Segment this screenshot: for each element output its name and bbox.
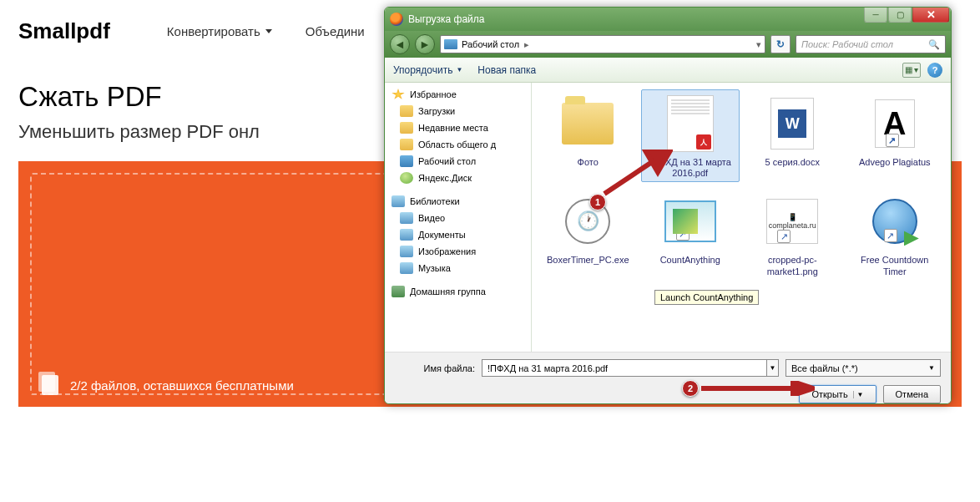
folder-icon [400, 122, 413, 134]
organize-menu[interactable]: Упорядочить ▼ [393, 64, 462, 76]
shortcut-icon: ↗ [676, 227, 690, 241]
tooltip: Launch CountAnything [654, 290, 759, 305]
folder-icon [562, 103, 614, 145]
shortcut-icon: ↗ [886, 134, 899, 147]
annotation-arrow-2 [698, 381, 815, 396]
sidebar-item-yandex[interactable]: Яндекс.Диск [385, 170, 531, 186]
annotation-badge-2: 2 [682, 380, 699, 397]
firefox-icon [390, 13, 403, 26]
new-folder-button[interactable]: Новая папка [477, 64, 536, 76]
file-item-advego[interactable]: A↗Advego Plagiatus [846, 89, 945, 182]
dialog-title: Выгрузка файла [408, 13, 485, 25]
search-icon: 🔍 [928, 39, 940, 50]
homegroup-icon [391, 286, 405, 297]
dialog-sidebar: Избранное Загрузки Недавние места Област… [385, 83, 532, 352]
main-nav: Конвертировать Объедини [167, 24, 365, 38]
sidebar-item-shared[interactable]: Область общего д [385, 136, 531, 153]
music-icon [400, 262, 413, 274]
view-options-button[interactable]: ▦ ▾ [902, 63, 921, 78]
file-item-docx[interactable]: W5 серия.docx [743, 89, 842, 182]
desktop-icon [400, 155, 413, 167]
sidebar-item-desktop[interactable]: Рабочий стол [385, 153, 531, 170]
forward-button[interactable]: ► [415, 34, 435, 54]
back-button[interactable]: ◄ [390, 34, 410, 54]
logo[interactable]: Smallpdf [18, 18, 110, 44]
dialog-toolbar: Упорядочить ▼ Новая папка ▦ ▾ ? [385, 58, 951, 83]
filename-input[interactable] [482, 359, 767, 377]
help-button[interactable]: ? [927, 63, 942, 78]
image-icon [400, 246, 413, 257]
address-breadcrumb[interactable]: Рабочий стол ▸ ▾ [440, 35, 765, 53]
breadcrumb-arrow-icon: ▸ [524, 39, 529, 50]
file-item-countdown[interactable]: ↗Free Countdown Timer [846, 187, 945, 280]
star-icon [391, 89, 405, 100]
files-remaining-label: 2/2 файлов, оставшихся бесплатными [70, 378, 294, 393]
filetype-select[interactable]: Все файлы (*.*)▼ [786, 359, 941, 377]
sidebar-item-downloads[interactable]: Загрузки [385, 103, 531, 119]
breadcrumb-dropdown-icon[interactable]: ▾ [756, 39, 761, 50]
word-icon: W [770, 98, 814, 150]
dialog-titlebar[interactable]: Выгрузка файла ─ ▢ ✕ [385, 8, 951, 31]
image-thumb-icon: 📱complaneta.ru↗ [766, 199, 818, 244]
sidebar-homegroup[interactable]: Домашняя группа [385, 283, 531, 300]
file-item-png[interactable]: 📱complaneta.ru↗cropped-pc-market1.png [743, 187, 842, 280]
nav-convert[interactable]: Конвертировать [167, 24, 272, 38]
open-split-icon[interactable]: ▼ [853, 391, 864, 398]
search-input[interactable]: Поиск: Рабочий стол 🔍 [796, 35, 946, 53]
desktop-icon [444, 39, 457, 49]
file-upload-dialog: Выгрузка файла ─ ▢ ✕ ◄ ► Рабочий стол ▸ … [384, 7, 952, 404]
sidebar-item-recent[interactable]: Недавние места [385, 119, 531, 136]
sidebar-item-music[interactable]: Музыка [385, 260, 531, 276]
sidebar-favorites[interactable]: Избранное [385, 86, 531, 103]
svg-line-0 [604, 160, 654, 194]
refresh-button[interactable]: ↻ [770, 35, 791, 53]
svg-marker-3 [793, 382, 813, 395]
folder-icon [400, 139, 413, 150]
annotation-arrow-1 [598, 149, 673, 200]
dialog-footer: Имя файла: ▼ Все файлы (*.*)▼ Открыть▼ О… [385, 352, 951, 404]
sidebar-item-images[interactable]: Изображения [385, 243, 531, 260]
file-list: Фото 人!ПФХД на 31 марта 2016.pdf W5 сери… [532, 83, 951, 352]
filename-dropdown-icon[interactable]: ▼ [767, 359, 779, 377]
video-icon [400, 212, 413, 224]
document-icon [400, 229, 413, 241]
pdf-icon: 人 [667, 95, 714, 152]
minimize-button[interactable]: ─ [864, 7, 887, 23]
shortcut-icon: ↗ [884, 229, 897, 242]
files-icon [42, 375, 58, 395]
shortcut-icon: ↗ [777, 230, 791, 243]
app-icon: A↗ [875, 99, 915, 148]
library-icon [391, 195, 405, 207]
maximize-button[interactable]: ▢ [888, 7, 912, 23]
sidebar-item-documents[interactable]: Документы [385, 226, 531, 243]
window-icon: ↗ [664, 200, 716, 242]
dialog-navbar: ◄ ► Рабочий стол ▸ ▾ ↻ Поиск: Рабочий ст… [385, 31, 951, 58]
close-button[interactable]: ✕ [912, 7, 949, 23]
cancel-button[interactable]: Отмена [883, 385, 941, 403]
yandex-disk-icon [400, 172, 413, 184]
sidebar-libraries[interactable]: Библиотеки [385, 193, 531, 210]
svg-marker-1 [646, 152, 669, 172]
file-item-boxertimer[interactable]: 🕐BoxerTimer_PC.exe [538, 187, 638, 280]
file-item-countanything[interactable]: ↗CountAnything [641, 187, 740, 280]
sidebar-item-video[interactable]: Видео [385, 210, 531, 226]
nav-merge[interactable]: Объедини [306, 24, 365, 38]
timer-icon: ↗ [872, 199, 917, 244]
filename-label: Имя файла: [395, 363, 475, 373]
folder-icon [400, 105, 413, 117]
caret-down-icon [265, 29, 272, 33]
annotation-badge-1: 1 [589, 194, 606, 210]
